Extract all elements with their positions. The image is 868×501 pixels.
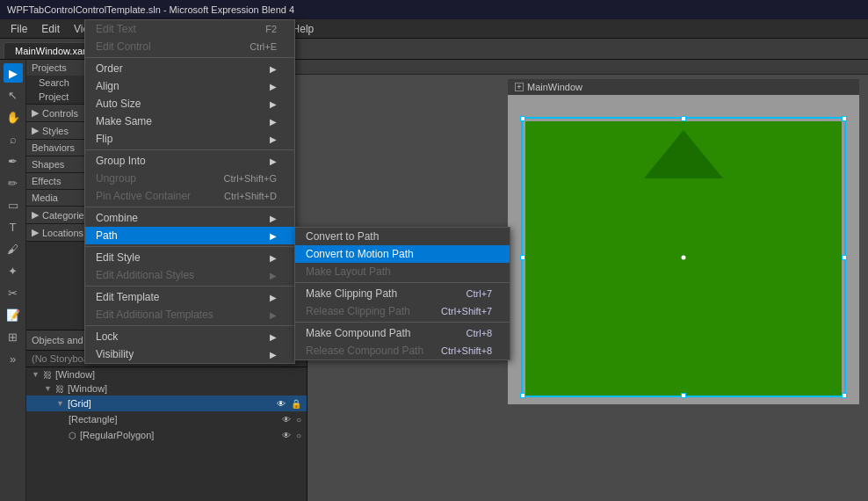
submenu-convert-motion[interactable]: Convert to Motion Path: [295, 245, 510, 263]
effects-label: Effects: [32, 176, 61, 186]
tool-select[interactable]: ▶: [4, 63, 23, 83]
arrow-icon: ▶: [270, 293, 277, 302]
menu-make-same[interactable]: Make Same ▶: [85, 113, 294, 130]
tool-pencil[interactable]: ✏: [4, 173, 23, 192]
label: Ungroup: [96, 172, 136, 185]
submenu-convert-path[interactable]: Convert to Path: [295, 228, 510, 245]
label: Edit Text: [96, 23, 136, 35]
expand-icon: ▼: [56, 399, 64, 408]
label: Edit Template: [96, 291, 160, 303]
submenu-release-clipping[interactable]: Release Clipping Path Ctrl+Shift+7: [295, 302, 510, 320]
sep5: [85, 286, 294, 287]
tool-scissors[interactable]: ✂: [4, 283, 23, 302]
menu-edit-additional-templates[interactable]: Edit Additional Templates ▶: [85, 306, 294, 323]
handle-br: [842, 393, 847, 398]
label: Auto Size: [96, 98, 141, 110]
tool-expand[interactable]: »: [4, 349, 23, 368]
tool-pen[interactable]: ✒: [4, 151, 23, 171]
layer-grid[interactable]: ▼ [Grid] 👁 🔒: [26, 396, 307, 411]
sep4: [85, 246, 294, 247]
tool-note[interactable]: 📝: [4, 305, 23, 324]
menu-edit-additional-styles[interactable]: Edit Additional Styles ▶: [85, 266, 294, 284]
expand-icon: ▶: [32, 227, 39, 238]
menu-align[interactable]: Align ▶: [85, 77, 294, 95]
menu-flip[interactable]: Flip ▶: [85, 130, 294, 148]
arrow-icon: ▶: [270, 134, 277, 144]
lock-icon[interactable]: ○: [296, 415, 301, 425]
label: Edit Style: [96, 251, 141, 264]
shortcut: Ctrl+8: [467, 328, 493, 338]
tool-direct-select[interactable]: ↖: [4, 85, 23, 105]
tool-pan[interactable]: ✋: [4, 107, 23, 127]
label: Edit Control: [96, 40, 151, 53]
window-close-btn[interactable]: +: [515, 83, 524, 91]
lock-icon[interactable]: 🔒: [291, 399, 301, 409]
submenu-make-compound[interactable]: Make Compound Path Ctrl+8: [295, 324, 510, 342]
menu-order[interactable]: Order ▶: [85, 60, 294, 77]
lock-icon[interactable]: ○: [296, 431, 301, 440]
label: Align: [96, 80, 119, 92]
label: Make Same: [96, 115, 152, 127]
sep1: [85, 57, 294, 58]
behaviors-label: Behaviors: [32, 142, 75, 153]
label: Lock: [96, 330, 118, 343]
sep2: [85, 149, 294, 150]
window-title-area: + MainWindow: [508, 79, 859, 95]
submenu-release-compound[interactable]: Release Compound Path Ctrl+Shift+8: [295, 342, 510, 359]
handle-mr: [842, 255, 847, 260]
layer-rectangle[interactable]: [Rectangle] 👁 ○: [26, 411, 307, 427]
eye-icon[interactable]: 👁: [280, 429, 293, 441]
label: Visibility: [96, 348, 134, 360]
menu-combine[interactable]: Combine ▶: [85, 209, 294, 227]
chain-icon: ⛓: [43, 370, 52, 380]
layer-label: [Window]: [68, 383, 107, 394]
menu-lock[interactable]: Lock ▶: [85, 328, 294, 345]
tool-grid[interactable]: ⊞: [4, 327, 23, 346]
tool-shape[interactable]: ▭: [4, 195, 23, 214]
label: Path: [96, 229, 118, 242]
layer-polygon[interactable]: ⬡ [RegularPolygon] 👁 ○: [26, 427, 307, 443]
shortcut: Ctrl+Shift+G: [223, 173, 277, 184]
media-label: Media: [32, 192, 58, 203]
arrow-icon: ▶: [270, 156, 277, 166]
eye-icon[interactable]: 👁: [280, 413, 293, 425]
menu-visibility[interactable]: Visibility ▶: [85, 345, 294, 363]
menu-auto-size[interactable]: Auto Size ▶: [85, 95, 294, 113]
locations-label: Locations: [42, 228, 83, 238]
menu-ungroup[interactable]: Ungroup Ctrl+Shift+G: [85, 170, 294, 187]
window-canvas: + MainWindow: [508, 79, 859, 404]
tool-text[interactable]: T: [4, 217, 23, 236]
tool-eyedropper[interactable]: ✦: [4, 261, 23, 280]
arrow-icon: ▶: [270, 332, 277, 342]
menu-pin-active[interactable]: Pin Active Container Ctrl+Shift+D: [85, 187, 294, 205]
sep2: [295, 322, 510, 323]
sep6: [85, 325, 294, 326]
label: Release Compound Path: [306, 345, 423, 357]
menu-edit-style[interactable]: Edit Style ▶: [85, 249, 294, 266]
arrow-icon: ▶: [270, 64, 277, 74]
label: Order: [96, 62, 123, 75]
label: Group Into: [96, 155, 146, 167]
tool-paint[interactable]: 🖌: [4, 239, 23, 258]
menu-edit-control[interactable]: Edit Control Ctrl+E: [85, 38, 294, 55]
submenu-make-clipping[interactable]: Make Clipping Path Ctrl+7: [295, 285, 510, 302]
eye-icon[interactable]: 👁: [275, 397, 287, 410]
shapes-label: Shapes: [32, 159, 64, 170]
submenu-make-layout[interactable]: Make Layout Path: [295, 263, 510, 280]
title-bar: WPFTabControlControlTemplate.sln - Micro…: [0, 0, 868, 19]
categories-label: Categories: [42, 210, 89, 221]
menu-edit-text[interactable]: Edit Text F2: [85, 20, 294, 38]
menu-file[interactable]: File: [4, 21, 34, 37]
label: Release Clipping Path: [306, 305, 410, 317]
tool-zoom[interactable]: ⌕: [4, 129, 23, 149]
layer-window-root[interactable]: ▼ ⛓ [Window]: [26, 367, 307, 381]
menu-path[interactable]: Path ▶ Convert to Path Convert to Motion…: [85, 227, 294, 244]
shortcut: F2: [265, 24, 277, 34]
shortcut: Ctrl+E: [250, 41, 277, 52]
menu-edit-template[interactable]: Edit Template ▶: [85, 288, 294, 306]
expand-icon: ▼: [44, 384, 52, 393]
menu-group-into[interactable]: Group Into ▶: [85, 152, 294, 170]
polygon-icon: ⬡: [69, 431, 76, 440]
menu-edit[interactable]: Edit: [34, 21, 67, 37]
layer-window-child[interactable]: ▼ ⛓ [Window]: [26, 381, 307, 396]
